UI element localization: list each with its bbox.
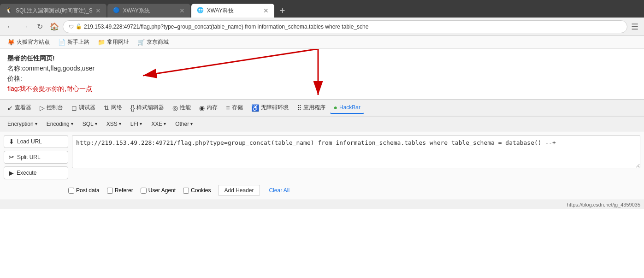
menu-xxe[interactable]: XXE ▾ [148, 119, 170, 129]
performance-label: 性能 [180, 104, 191, 112]
page-content: 墨者的任性网页! 名称:comment,flag,goods,user 价格: … [0, 49, 644, 100]
bookmark-jd[interactable]: 🛒 京东商城 [134, 37, 172, 47]
bookmark-common[interactable]: 📁 常用网址 [94, 37, 133, 47]
devtools-performance[interactable]: ◎ 性能 [169, 102, 195, 113]
tab-1[interactable]: 🐧 SQL注入漏洞测试(时间盲注)_S ✕ [0, 4, 106, 18]
url-text: 219.153.49.228:49721/flag.php?type=group… [84, 24, 368, 30]
tab-bar: 🐧 SQL注入漏洞测试(时间盲注)_S ✕ 🔵 XWAY系统 ✕ 🌐 XWAY科… [0, 0, 644, 18]
devtools-style[interactable]: {} 样式编辑器 [127, 102, 168, 113]
hackbar-footer: Post data Referer User Agent Cookies Add… [0, 183, 644, 200]
tab-2-close[interactable]: ✕ [179, 7, 185, 14]
referer-checkbox[interactable]: Referer [107, 187, 133, 194]
devtools-accessibility[interactable]: ♿ 无障碍环境 [248, 102, 292, 113]
back-button[interactable]: ← [4, 20, 17, 33]
menu-sql[interactable]: SQL ▾ [79, 119, 101, 129]
load-url-button[interactable]: ⬇ Load URL [4, 135, 68, 148]
load-url-label: Load URL [17, 138, 42, 145]
hackbar-icon: ● [334, 104, 337, 111]
home-button[interactable]: 🏠 [48, 20, 61, 33]
post-data-checkbox[interactable]: Post data [68, 187, 100, 194]
xss-caret: ▾ [119, 121, 121, 126]
url-input[interactable] [72, 135, 640, 168]
browser-chrome: 🐧 SQL注入漏洞测试(时间盲注)_S ✕ 🔵 XWAY系统 ✕ 🌐 XWAY科… [0, 0, 644, 49]
sql-caret: ▾ [95, 121, 97, 126]
console-label: 控制台 [47, 104, 63, 112]
hackbar-menu: Encryption ▾ Encoding ▾ SQL ▾ XSS ▾ LFI … [0, 117, 644, 131]
devtools-hackbar[interactable]: ● HackBar [330, 102, 364, 114]
lfi-caret: ▾ [140, 121, 142, 126]
reload-button[interactable]: ↻ [33, 20, 46, 33]
menu-xss[interactable]: XSS ▾ [103, 119, 125, 129]
sql-label: SQL [83, 121, 94, 127]
referer-input[interactable] [107, 188, 113, 194]
menu-other[interactable]: Other ▾ [171, 119, 196, 129]
page-flag: flag:我不会提示你的,耐心一点 [7, 85, 637, 93]
tab-2-label: XWAY系统 [123, 7, 177, 15]
memory-icon: ◉ [199, 104, 205, 112]
bookmark-firefox[interactable]: 🦊 火狐官方站点 [4, 37, 53, 47]
bookmark-firefox-icon: 🦊 [7, 39, 15, 46]
encoding-caret: ▾ [71, 121, 73, 126]
status-bar: https://blog.csdn.net/jg_4359035 [0, 200, 644, 209]
performance-icon: ◎ [172, 104, 178, 112]
execute-icon: ▶ [9, 169, 14, 177]
menu-encoding[interactable]: Encoding ▾ [43, 119, 77, 129]
forward-button[interactable]: → [18, 20, 31, 33]
applications-icon: ⠿ [297, 104, 301, 112]
devtools-console[interactable]: ▷ 控制台 [36, 102, 67, 113]
cookies-input[interactable] [183, 188, 189, 194]
user-agent-input[interactable] [141, 188, 147, 194]
browser-menu-button[interactable]: ☰ [629, 22, 640, 32]
page-title: 墨者的任性网页! [7, 54, 637, 63]
tab-3-close[interactable]: ✕ [263, 7, 269, 14]
cookies-label: Cookies [191, 187, 211, 194]
add-header-button[interactable]: Add Header [218, 185, 260, 196]
encryption-label: Encryption [7, 121, 34, 127]
url-bar[interactable]: 🛡 🔓 219.153.49.228:49721/flag.php?type=g… [63, 20, 627, 33]
tab-1-close[interactable]: ✕ [95, 7, 101, 14]
page-price: 价格: [7, 75, 637, 83]
tab-3[interactable]: 🌐 XWAY科技 ✕ [191, 4, 274, 18]
post-data-label: Post data [76, 187, 100, 194]
xss-label: XSS [106, 121, 118, 127]
style-icon: {} [130, 104, 135, 112]
bookmark-newbie-label: 新手上路 [67, 38, 89, 46]
split-url-button[interactable]: ✂ Split URL [4, 151, 68, 164]
devtools-inspector[interactable]: ↙ 查看器 [4, 102, 35, 113]
bookmark-common-label: 常用网址 [107, 38, 129, 46]
cookies-checkbox[interactable]: Cookies [183, 187, 211, 194]
devtools-debugger[interactable]: ◻ 调试器 [68, 102, 99, 113]
tab-2-icon: 🔵 [113, 7, 120, 14]
accessibility-icon: ♿ [251, 104, 259, 112]
page-flag-value: 我不会提示你的,耐心一点 [19, 85, 92, 92]
page-name: 名称:comment,flag,goods,user [7, 65, 637, 73]
xxe-caret: ▾ [164, 121, 166, 126]
status-url: https://blog.csdn.net/jg_4359035 [567, 202, 640, 207]
debugger-label: 调试器 [79, 104, 95, 112]
other-label: Other [175, 121, 189, 127]
devtools-memory[interactable]: ◉ 内存 [195, 102, 221, 113]
menu-lfi[interactable]: LFI ▾ [127, 119, 146, 129]
inspector-label: 查看器 [15, 104, 31, 112]
console-icon: ▷ [40, 104, 45, 112]
style-label: 样式编辑器 [136, 104, 164, 112]
network-icon: ⇅ [104, 104, 109, 112]
tab-2[interactable]: 🔵 XWAY系统 ✕ [107, 4, 190, 18]
encoding-label: Encoding [47, 121, 70, 127]
clear-all-button[interactable]: Clear All [267, 185, 292, 195]
devtools-applications[interactable]: ⠿ 应用程序 [293, 102, 329, 113]
hackbar-body: ⬇ Load URL ✂ Split URL ▶ Execute [0, 131, 644, 183]
post-data-input[interactable] [68, 188, 74, 194]
devtools-storage[interactable]: ≡ 存储 [222, 102, 246, 113]
bookmark-newbie-icon: 📄 [58, 39, 65, 46]
page-name-label: 名称: [7, 65, 22, 72]
user-agent-checkbox[interactable]: User Agent [141, 187, 176, 194]
execute-button[interactable]: ▶ Execute [4, 166, 68, 179]
applications-label: 应用程序 [303, 104, 325, 112]
bookmark-newbie[interactable]: 📄 新手上路 [54, 37, 93, 47]
hackbar-label: HackBar [339, 104, 360, 111]
devtools-network[interactable]: ⇅ 网络 [100, 102, 126, 113]
menu-encryption[interactable]: Encryption ▾ [4, 119, 41, 129]
load-url-icon: ⬇ [9, 138, 14, 145]
new-tab-button[interactable]: + [275, 4, 290, 18]
